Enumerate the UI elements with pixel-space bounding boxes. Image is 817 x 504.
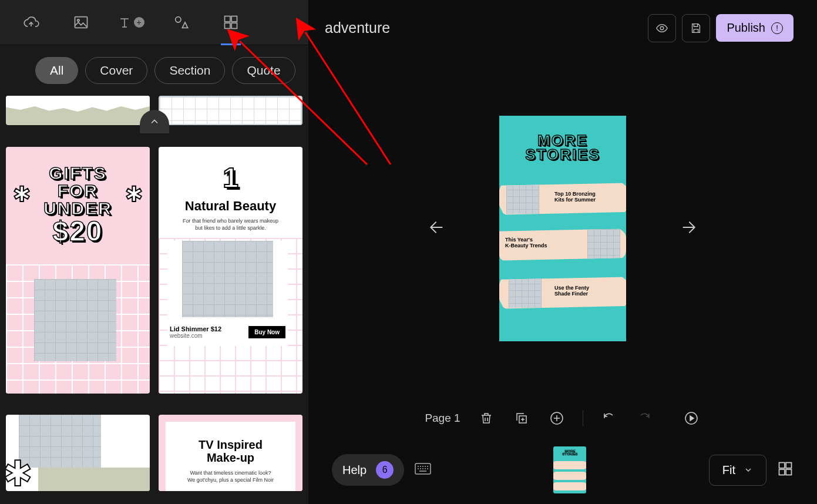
filter-cover[interactable]: Cover bbox=[85, 57, 147, 84]
filter-quote[interactable]: Quote bbox=[232, 57, 295, 84]
next-page-button[interactable] bbox=[667, 206, 710, 251]
template-item[interactable]: rend ● trend ● trend ● trend ● trend ● t… bbox=[159, 415, 302, 491]
chevron-down-icon bbox=[744, 465, 753, 475]
template-item[interactable]: ✱ bbox=[6, 415, 150, 491]
help-count-badge: 6 bbox=[376, 461, 394, 479]
template-item[interactable] bbox=[159, 96, 302, 125]
cloud-upload-icon bbox=[23, 14, 39, 31]
top-bar: adventure Publish ! bbox=[308, 0, 817, 56]
divider bbox=[583, 410, 583, 426]
svg-point-2 bbox=[175, 17, 180, 22]
story-item: Use the FentyShade Finder bbox=[499, 274, 626, 311]
play-button[interactable] bbox=[682, 409, 701, 428]
story-canvas[interactable]: MORE STORIES Top 10 BronzingKits for Sum… bbox=[499, 116, 626, 341]
save-icon bbox=[690, 22, 702, 35]
image-placeholder bbox=[506, 183, 539, 214]
image-placeholder bbox=[509, 277, 542, 308]
prev-page-button[interactable] bbox=[416, 206, 458, 251]
templates-grid[interactable]: ✱ ✱ GIFTS FOR UNDER $20 1 Natural Beauty… bbox=[0, 96, 308, 504]
filter-section[interactable]: Section bbox=[154, 57, 225, 84]
svg-point-1 bbox=[77, 19, 79, 22]
svg-rect-14 bbox=[779, 469, 785, 475]
svg-rect-6 bbox=[231, 23, 237, 28]
template-item[interactable]: ✱ ✱ GIFTS FOR UNDER $20 bbox=[6, 147, 150, 394]
template-subtext: Want that timeless cinematic look? We go… bbox=[169, 470, 292, 483]
delete-page-button[interactable] bbox=[477, 409, 496, 428]
redo-button[interactable] bbox=[635, 409, 654, 428]
arrow-right-icon bbox=[679, 218, 698, 237]
bottom-bar: Help 6 MORESTORIES Fit bbox=[308, 436, 817, 504]
help-button[interactable]: Help 6 bbox=[332, 454, 404, 486]
page-controls: Page 1 bbox=[308, 401, 817, 436]
canvas-area: MORE STORIES Top 10 BronzingKits for Sum… bbox=[308, 56, 817, 401]
templates-tool[interactable] bbox=[206, 0, 255, 45]
undo-icon bbox=[602, 411, 616, 425]
text-tool[interactable]: + bbox=[106, 0, 156, 45]
template-item[interactable] bbox=[6, 96, 150, 125]
eye-icon bbox=[655, 22, 668, 35]
undo-button[interactable] bbox=[600, 409, 618, 428]
keyboard-shortcuts-button[interactable] bbox=[415, 462, 431, 478]
filter-all[interactable]: All bbox=[35, 57, 78, 84]
grid-view-button[interactable] bbox=[777, 461, 794, 479]
duplicate-icon bbox=[515, 411, 529, 425]
star-icon: ✱ bbox=[13, 182, 31, 207]
upload-tool[interactable] bbox=[6, 0, 56, 45]
zoom-fit-button[interactable]: Fit bbox=[709, 455, 766, 486]
side-band bbox=[159, 422, 166, 491]
duplicate-page-button[interactable] bbox=[512, 409, 531, 428]
side-band bbox=[295, 422, 302, 491]
svg-rect-4 bbox=[231, 16, 237, 22]
document-title[interactable]: adventure bbox=[325, 19, 390, 36]
grid-icon bbox=[777, 461, 794, 477]
template-headline: TV Inspired Make-up bbox=[169, 438, 292, 464]
template-filters: All Cover Section Quote bbox=[0, 45, 308, 96]
text-icon bbox=[117, 15, 132, 29]
template-text: GIFTS FOR UNDER $20 bbox=[12, 164, 144, 246]
template-headline: Natural Beauty bbox=[167, 199, 294, 214]
warning-icon: ! bbox=[771, 22, 783, 34]
story-item: Top 10 BronzingKits for Summer bbox=[499, 180, 626, 217]
color-block bbox=[38, 468, 150, 491]
redo-icon bbox=[637, 411, 651, 425]
trend-banner: rend ● trend ● trend ● trend ● trend ● t… bbox=[159, 415, 302, 421]
add-page-button[interactable] bbox=[547, 409, 566, 428]
sidebar-toolbar: + bbox=[0, 0, 308, 45]
plus-icon: + bbox=[134, 17, 144, 28]
trash-icon bbox=[479, 411, 493, 425]
story-item: This Year'sK-Beauty Trends bbox=[499, 226, 626, 263]
svg-rect-0 bbox=[75, 17, 87, 28]
image-tool[interactable] bbox=[56, 0, 106, 45]
publish-button[interactable]: Publish ! bbox=[716, 14, 794, 42]
star-icon: ✱ bbox=[125, 182, 143, 207]
plus-circle-icon bbox=[550, 411, 564, 425]
image-icon bbox=[73, 14, 89, 31]
star-icon: ✱ bbox=[6, 453, 32, 491]
page-indicator: Page 1 bbox=[425, 412, 460, 425]
keyboard-icon bbox=[415, 462, 431, 475]
svg-rect-5 bbox=[224, 23, 230, 28]
image-placeholder bbox=[587, 229, 620, 260]
product-card: Lid Shimmer $12 website.com Buy Now bbox=[167, 241, 288, 346]
image-placeholder bbox=[34, 279, 116, 361]
svg-rect-15 bbox=[786, 469, 791, 475]
image-placeholder bbox=[182, 241, 273, 317]
buy-button: Buy Now bbox=[248, 326, 285, 338]
preview-button[interactable] bbox=[648, 14, 676, 42]
template-subtext: For that friend who barely wears makeup … bbox=[167, 217, 294, 232]
play-circle-icon bbox=[684, 411, 698, 425]
svg-rect-12 bbox=[779, 463, 785, 468]
shapes-icon bbox=[173, 14, 189, 31]
svg-point-7 bbox=[661, 26, 664, 30]
story-title: MORE STORIES bbox=[499, 133, 626, 162]
template-item[interactable]: 1 Natural Beauty For that friend who bar… bbox=[159, 147, 302, 394]
svg-rect-13 bbox=[786, 463, 791, 468]
chevron-up-icon bbox=[149, 116, 160, 127]
template-number: 1 bbox=[167, 162, 294, 194]
save-button[interactable] bbox=[682, 14, 710, 42]
svg-rect-3 bbox=[224, 16, 230, 22]
shapes-tool[interactable] bbox=[156, 0, 206, 45]
page-thumbnail[interactable]: MORESTORIES bbox=[553, 446, 586, 493]
grid-icon bbox=[223, 14, 239, 31]
arrow-left-icon bbox=[428, 218, 446, 237]
